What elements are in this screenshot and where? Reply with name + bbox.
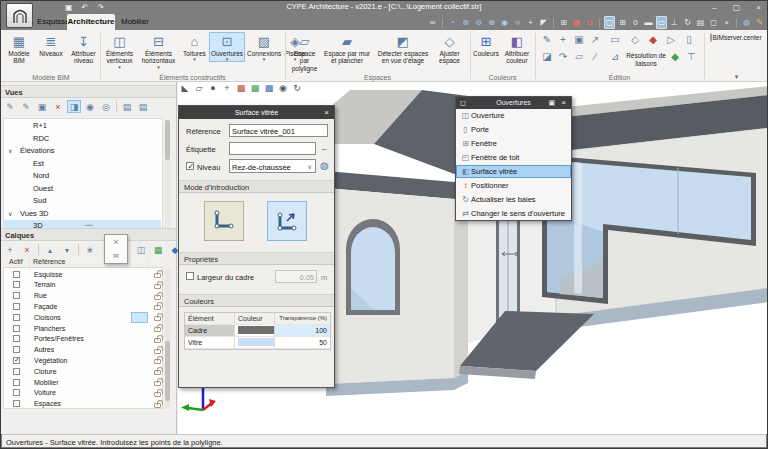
layer-row[interactable]: Planchers (4, 323, 162, 334)
layer-row[interactable]: Portes/Fenêtres (4, 334, 162, 345)
unlock-icon[interactable] (154, 327, 161, 332)
grid-toggle-icon[interactable]: ⊞ (617, 17, 628, 28)
magnet-icon[interactable]: Ω (584, 17, 595, 28)
layer-row[interactable]: Esquisse (4, 269, 162, 280)
tree-item-est[interactable]: Est (3, 158, 161, 171)
espace-polyligne-button[interactable]: ▱Espace par polyligne (288, 32, 321, 73)
zoom-out-icon[interactable]: ⊖ (473, 17, 484, 28)
cube-delete-icon[interactable]: ◆ (646, 33, 660, 47)
move-down-icon[interactable]: ▼ (60, 243, 74, 256)
zoom-all-icon[interactable]: ⊛ (460, 17, 471, 28)
unlock-icon[interactable] (154, 284, 161, 289)
mirror-icon[interactable]: ▱ (572, 50, 586, 64)
save-icon[interactable]: ▣ (65, 3, 73, 12)
bimserver-button[interactable]: BIMserver.center (706, 32, 766, 42)
tree-item-nord[interactable]: Nord (3, 170, 161, 183)
cadre-color-swatch[interactable] (238, 326, 274, 334)
snap-points-icon[interactable]: ▦ (571, 17, 582, 28)
niveau-checkbox[interactable] (186, 162, 194, 170)
palette-item-fenetre[interactable]: ⊞Fenêtre (456, 137, 571, 151)
cube-refresh-icon[interactable]: ◆ (668, 50, 682, 64)
vitre-color-swatch[interactable] (238, 338, 274, 346)
niveau-select[interactable]: Rez-de-chaussée ∨ (229, 159, 316, 173)
ouvertures-button[interactable]: ⊡Ouvertures (209, 32, 245, 62)
palette-item-porte[interactable]: ▯Porte (456, 123, 571, 137)
unlock-icon[interactable] (154, 392, 161, 397)
move-up-icon[interactable]: ▲ (43, 243, 57, 256)
zoom-window-icon[interactable]: ◔ (447, 17, 458, 28)
layers-scrollbar[interactable] (165, 269, 170, 409)
freeze-icon[interactable]: ∗ (83, 243, 97, 256)
tree-item-rdc[interactable]: RDC (3, 133, 161, 146)
layer-row[interactable]: Terrain (4, 280, 162, 291)
orbit-icon[interactable]: ▱ (194, 83, 204, 93)
move-icon[interactable]: + (556, 33, 570, 47)
pen-icon[interactable]: ✎ (754, 17, 765, 28)
eyedropper-icon[interactable]: ↗ (588, 33, 602, 47)
frame-toggle-icon[interactable]: ▢ (604, 16, 615, 29)
elements-horizontaux-button[interactable]: ⊟Éléments horizontaux (137, 32, 180, 70)
zoom-previous-icon[interactable]: ◉ (499, 17, 510, 28)
ortho-toggle-icon[interactable]: ⊥ (669, 17, 680, 28)
post-icon[interactable]: ⊤ (684, 50, 698, 64)
layer-checkbox[interactable] (13, 368, 20, 375)
close-icon[interactable]: × (561, 97, 566, 109)
tree-item-elevations[interactable]: ∨Élévations (3, 145, 161, 158)
mode-polyline-extrude-button[interactable] (267, 201, 307, 241)
layer-row[interactable]: Végétation (4, 355, 162, 366)
tree-item-vues-3d[interactable]: ∨Vues 3D (3, 208, 161, 221)
layer-colors-icon[interactable]: ▦ (151, 243, 165, 256)
visibility-icon[interactable]: ◉ (278, 83, 288, 93)
layer-checkbox[interactable] (13, 314, 20, 321)
scrollbar-thumb[interactable] (165, 120, 170, 160)
palette-item-fenetre-toit[interactable]: ◰Fenêtre de toit (456, 151, 571, 165)
minimize-button[interactable]: – (712, 3, 716, 12)
add-layer-icon[interactable]: + (3, 243, 17, 256)
popup-option-icon[interactable]: ≍ (105, 249, 127, 263)
group-views-icon[interactable]: ▤ (120, 100, 134, 113)
view-image-icon[interactable]: ◨ (67, 100, 81, 113)
snap-grid-icon[interactable]: ⊞ (558, 17, 569, 28)
door-move-icon[interactable]: ▯ (682, 33, 696, 47)
color-row-cadre[interactable]: Cadre 100 (185, 325, 330, 337)
popup-option-icon[interactable]: × (105, 235, 127, 249)
zoom-in-icon[interactable]: ⊕ (486, 17, 497, 28)
unlock-icon[interactable] (154, 349, 161, 354)
ungroup-views-icon[interactable]: ▤ (136, 100, 150, 113)
resolution-liaisons-button[interactable]: Résolution de liaisons (624, 52, 668, 68)
delete-view-icon[interactable]: × (51, 100, 65, 113)
rotate-icon[interactable]: ↷ (556, 50, 570, 64)
origin-toggle-icon[interactable]: 0 (630, 17, 641, 28)
elements-verticaux-button[interactable]: ◫Éléments verticaux (103, 32, 136, 70)
unlock-icon[interactable] (154, 273, 161, 278)
unlock-icon[interactable] (154, 359, 161, 364)
ruler-toggle-icon[interactable]: ▬ (643, 17, 654, 28)
columns-icon[interactable]: ◫ (134, 243, 148, 256)
delete-layer-icon[interactable]: × (20, 243, 34, 256)
palette-item-positionner[interactable]: ↕Positionner (456, 178, 571, 192)
camera-icon[interactable]: ◉ (83, 100, 97, 113)
ajuster-espace-button[interactable]: ◇Ajuster espace (433, 32, 466, 66)
copy-icon[interactable]: ▣ (572, 33, 586, 47)
tab-esquisse[interactable]: Esquisse (37, 14, 65, 30)
palette-item-actualiser[interactable]: ↻Actualiser les baies (456, 192, 571, 206)
x-plane-icon[interactable]: ▩ (236, 83, 246, 93)
espace-mur-plancher-button[interactable]: ▰Espace par mur et plancher (322, 32, 372, 66)
cube-icon[interactable]: ◇ (628, 33, 642, 47)
layer-checkbox[interactable] (13, 346, 20, 353)
scrollbar-thumb[interactable] (165, 341, 170, 401)
clipboard-icon[interactable]: ▤ (695, 17, 706, 28)
unlock-icon[interactable] (154, 295, 161, 300)
z-plane-icon[interactable]: ▩ (264, 83, 274, 93)
palette-title-bar[interactable]: ◻ Ouvertures ▣ × (456, 97, 571, 109)
layer-checkbox[interactable] (13, 303, 20, 310)
layer-row[interactable]: Autres (4, 345, 162, 356)
etiquette-input[interactable] (229, 142, 316, 155)
eraser-icon[interactable]: ◪ (540, 50, 554, 64)
layer-row[interactable]: Voiture (4, 388, 162, 399)
unlock-icon[interactable] (154, 370, 161, 375)
layer-row[interactable]: Espaces (4, 399, 162, 410)
layer-row[interactable]: Cloisons (4, 312, 162, 323)
modele-bim-button[interactable]: ▦Modèle BIM (4, 32, 34, 66)
connexions-button[interactable]: ▨Connexions (246, 32, 282, 62)
